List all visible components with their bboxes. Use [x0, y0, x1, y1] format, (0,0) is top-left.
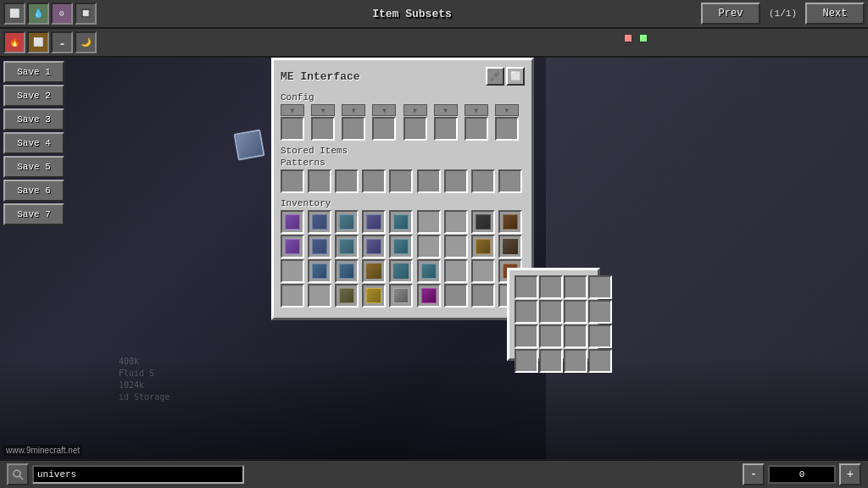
inv-slot-4-6[interactable] — [417, 284, 441, 308]
inv-slot-1-4[interactable] — [362, 210, 386, 234]
config-arrow-6[interactable]: ▼ — [434, 104, 458, 116]
pattern-slot-6[interactable] — [417, 169, 441, 193]
inv-slot-3-5[interactable] — [389, 259, 413, 283]
pattern-slot-5[interactable] — [389, 169, 413, 193]
side-slot-11[interactable] — [564, 324, 587, 348]
toolbar2-btn-4[interactable]: 🌙 — [75, 31, 97, 53]
toolbar-btn-1[interactable]: ⬜ — [3, 3, 25, 25]
next-button[interactable]: Next — [805, 3, 865, 25]
close-icon-btn[interactable]: ⬜ — [506, 67, 525, 86]
inv-slot-3-8[interactable]: 🪣 — [471, 259, 495, 283]
prev-button[interactable]: Prev — [701, 3, 760, 25]
config-arrow-5[interactable]: ▼ — [403, 104, 427, 116]
inv-slot-2-6[interactable]: 🪣 — [417, 235, 441, 258]
inv-slot-2-7[interactable]: ⚙🔧 — [444, 235, 468, 258]
inv-slot-4-8[interactable] — [471, 284, 495, 308]
inv-slot-3-1[interactable]: ✦ — [281, 259, 304, 283]
inv-slot-3-4[interactable] — [362, 259, 386, 283]
side-slot-4[interactable] — [588, 275, 612, 299]
inv-slot-1-5[interactable] — [389, 210, 413, 234]
side-slot-13[interactable] — [515, 349, 538, 373]
pattern-slot-9[interactable] — [498, 169, 522, 193]
config-slot-6[interactable] — [434, 117, 458, 141]
side-slot-7[interactable] — [564, 300, 587, 324]
inv-slot-3-2[interactable] — [308, 259, 331, 283]
inv-slot-4-4[interactable] — [362, 284, 386, 308]
inv-slot-1-9[interactable] — [498, 210, 522, 234]
toolbar2-btn-1[interactable]: 🔥 — [3, 31, 25, 53]
inv-slot-1-2[interactable] — [308, 210, 331, 234]
qty-minus-btn[interactable]: - — [743, 463, 765, 485]
config-arrow-2[interactable]: ▼ — [311, 104, 335, 116]
toolbar-btn-4[interactable]: 🔲 — [75, 3, 97, 25]
toolbar2-btn-3[interactable]: ☁ — [51, 31, 73, 53]
side-slot-15[interactable] — [564, 349, 587, 373]
save-btn-5[interactable]: Save 5 — [3, 156, 64, 178]
config-slot-1[interactable] — [281, 117, 304, 141]
pattern-slot-4[interactable] — [362, 169, 386, 193]
side-slot-10[interactable] — [539, 324, 563, 348]
pattern-slot-7[interactable] — [444, 169, 468, 193]
config-slot-4[interactable] — [372, 117, 396, 141]
side-slot-6[interactable] — [539, 300, 563, 324]
pattern-slot-1[interactable] — [281, 169, 304, 193]
side-slot-8[interactable] — [588, 300, 612, 324]
toolbar2-btn-2[interactable]: ⬜ — [27, 31, 49, 53]
inventory-row-4: 🦴 🔵 🪣 — [281, 284, 525, 308]
inv-slot-4-5[interactable] — [389, 284, 413, 308]
pattern-slot-2[interactable] — [308, 169, 331, 193]
config-slot-8[interactable] — [495, 117, 519, 141]
inv-slot-1-3[interactable] — [335, 210, 359, 234]
inv-slot-2-5[interactable] — [389, 235, 413, 258]
save-btn-2[interactable]: Save 2 — [3, 85, 64, 107]
config-arrow-1[interactable]: ▼ — [281, 104, 304, 116]
side-slot-2[interactable] — [539, 275, 563, 299]
side-slot-3[interactable] — [564, 275, 587, 299]
config-arrow-8[interactable]: ▼ — [495, 104, 519, 116]
save-btn-4[interactable]: Save 4 — [3, 132, 64, 154]
save-btn-1[interactable]: Save 1 — [3, 61, 64, 83]
wrench-icon-btn[interactable] — [486, 67, 504, 86]
inv-slot-2-8[interactable] — [471, 235, 495, 258]
side-slot-16[interactable] — [588, 349, 612, 373]
inv-slot-2-3[interactable] — [335, 235, 359, 258]
toolbar-btn-3[interactable]: ⚙ — [51, 3, 73, 25]
side-slot-14[interactable] — [539, 349, 563, 373]
inv-slot-1-1[interactable] — [281, 210, 304, 234]
side-slot-1[interactable] — [515, 275, 538, 299]
inv-slot-3-7[interactable]: 🔧 — [444, 259, 468, 283]
qty-plus-btn[interactable]: + — [839, 463, 861, 485]
save-btn-7[interactable]: Save 7 — [3, 203, 64, 225]
config-arrow-3[interactable]: ▼ — [342, 104, 365, 116]
save-btn-3[interactable]: Save 3 — [3, 108, 64, 130]
inv-slot-1-6[interactable]: 🪣 — [417, 210, 441, 234]
inv-slot-1-7[interactable]: ⚙ — [444, 210, 468, 234]
config-arrow-7[interactable]: ▼ — [465, 104, 488, 116]
side-slot-9[interactable] — [515, 324, 538, 348]
toolbar-btn-2[interactable]: 💧 — [27, 3, 49, 25]
config-arrow-4[interactable]: ▼ — [372, 104, 396, 116]
inv-slot-1-8[interactable] — [471, 210, 495, 234]
inv-slot-2-4[interactable] — [362, 235, 386, 258]
config-slot-7[interactable] — [465, 117, 488, 141]
save-sidebar: Save 1 Save 2 Save 3 Save 4 Save 5 Save … — [0, 58, 68, 229]
save-btn-6[interactable]: Save 6 — [3, 180, 64, 202]
pattern-slot-8[interactable] — [471, 169, 495, 193]
inv-slot-4-1[interactable]: 🦴 — [281, 284, 304, 308]
inv-slot-4-2[interactable]: 🔵 — [308, 284, 331, 308]
inv-slot-4-7[interactable] — [444, 284, 468, 308]
inv-slot-2-2[interactable] — [308, 235, 331, 258]
config-slot-3[interactable] — [342, 117, 365, 141]
pattern-slot-3[interactable] — [335, 169, 359, 193]
inv-slot-2-1[interactable] — [281, 235, 304, 258]
side-slot-5[interactable] — [515, 300, 538, 324]
search-icon-btn[interactable] — [7, 463, 29, 485]
config-slot-2[interactable] — [311, 117, 335, 141]
inv-slot-4-3[interactable] — [335, 284, 359, 308]
inv-slot-2-9[interactable] — [498, 235, 522, 258]
inv-slot-3-6[interactable] — [417, 259, 441, 283]
config-slot-5[interactable] — [403, 117, 427, 141]
side-slot-12[interactable] — [588, 324, 612, 348]
search-input[interactable] — [32, 465, 244, 484]
inv-slot-3-3[interactable] — [335, 259, 359, 283]
